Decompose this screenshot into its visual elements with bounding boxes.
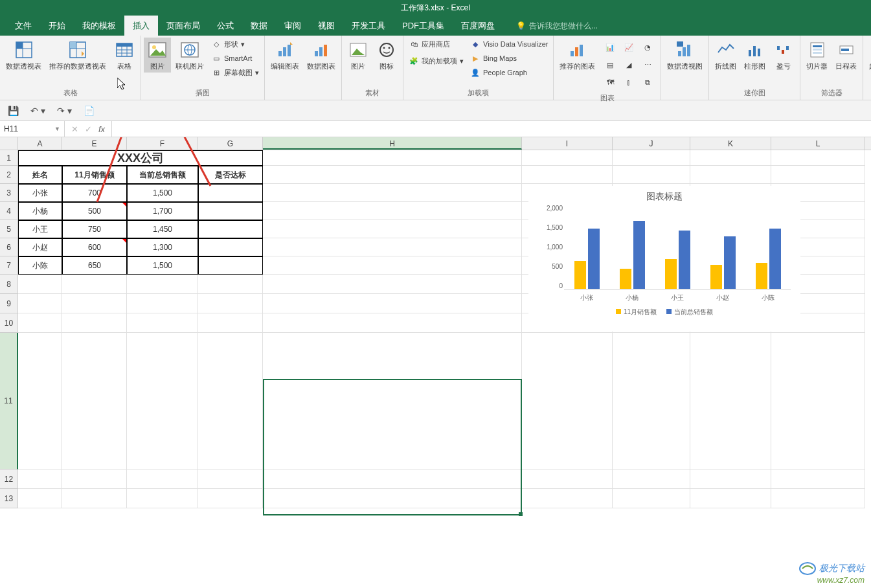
cell[interactable] — [198, 220, 263, 238]
cell[interactable]: 1,300 — [127, 238, 198, 256]
cell[interactable] — [62, 333, 127, 469]
cell[interactable] — [771, 166, 865, 184]
cancel-icon[interactable]: ✕ — [71, 124, 78, 134]
cell[interactable]: 姓名 — [18, 166, 62, 184]
cell[interactable] — [18, 313, 62, 333]
save-button[interactable]: 💾 — [8, 106, 19, 116]
cell[interactable] — [62, 275, 127, 294]
cell[interactable]: 1,500 — [127, 256, 198, 275]
tab-pagelayout[interactable]: 页面布局 — [158, 16, 209, 36]
cell[interactable] — [198, 313, 263, 333]
confirm-icon[interactable]: ✓ — [85, 124, 92, 134]
sparkline-winloss-button[interactable]: 盈亏 — [770, 38, 797, 73]
chart-area-button[interactable]: ◢ — [620, 57, 637, 73]
cell[interactable] — [18, 469, 62, 489]
cell[interactable] — [690, 469, 771, 489]
col-header-H[interactable]: H — [263, 137, 522, 150]
cell[interactable] — [263, 184, 522, 202]
cell[interactable] — [127, 294, 198, 313]
cell[interactable] — [127, 489, 198, 508]
cell[interactable] — [198, 469, 263, 489]
cell[interactable] — [690, 333, 771, 469]
cell[interactable] — [263, 238, 522, 256]
col-header-A[interactable]: A — [18, 137, 62, 150]
col-header-G[interactable]: G — [198, 137, 263, 150]
col-header-J[interactable]: J — [613, 137, 690, 150]
row-header-11[interactable]: 11 — [0, 333, 18, 469]
cell[interactable]: 1,450 — [127, 220, 198, 238]
cell[interactable] — [690, 489, 771, 508]
cell[interactable]: 小杨 — [18, 202, 62, 220]
pictures-button[interactable]: 图片 — [144, 38, 171, 73]
row-header-7[interactable]: 7 — [0, 256, 18, 275]
cell[interactable] — [198, 202, 263, 220]
cell[interactable] — [613, 166, 690, 184]
select-all-corner[interactable] — [0, 137, 18, 150]
name-box[interactable]: H11 ▼ — [0, 121, 65, 137]
cell[interactable] — [522, 150, 613, 166]
fill-handle[interactable] — [519, 512, 523, 516]
cell[interactable] — [263, 313, 522, 333]
edit-chart-button[interactable]: 编辑图表 — [267, 38, 302, 73]
tab-templates[interactable]: 我的模板 — [74, 16, 124, 36]
row-header-13[interactable]: 13 — [0, 489, 18, 508]
tab-developer[interactable]: 开发工具 — [343, 16, 394, 36]
sparkline-column-button[interactable]: 柱形图 — [741, 38, 769, 73]
row-header-9[interactable]: 9 — [0, 294, 18, 313]
tab-view[interactable]: 视图 — [310, 16, 343, 36]
hyperlink-button[interactable]: 超链接 — [866, 38, 871, 73]
cell[interactable]: 小王 — [18, 220, 62, 238]
cell[interactable]: XXX公司 — [18, 150, 263, 166]
cell[interactable]: 小张 — [18, 184, 62, 202]
cell[interactable] — [522, 489, 613, 508]
fx-icon[interactable]: fx — [98, 124, 105, 134]
cell[interactable]: 是否达标 — [198, 166, 263, 184]
tab-review[interactable]: 审阅 — [276, 16, 310, 36]
cells-area[interactable]: 图表标题 2,0001,5001,0005000 小张小杨小王小赵小陈 11月销… — [18, 150, 871, 508]
table-button[interactable]: 表格 — [111, 38, 138, 73]
tab-home[interactable]: 开始 — [40, 16, 74, 36]
cell[interactable] — [198, 333, 263, 469]
row-header-10[interactable]: 10 — [0, 313, 18, 333]
col-header-I[interactable]: I — [522, 137, 613, 150]
cell[interactable] — [127, 333, 198, 469]
col-header-F[interactable]: F — [127, 137, 198, 150]
cell[interactable]: 当前总销售额 — [127, 166, 198, 184]
chart-line-button[interactable]: 📈 — [620, 40, 637, 55]
redo-button[interactable]: ↷ ▾ — [57, 106, 72, 116]
cell[interactable]: 600 — [62, 238, 127, 256]
cell[interactable] — [263, 202, 522, 220]
cell[interactable]: 1,700 — [127, 202, 198, 220]
cell[interactable] — [263, 469, 522, 489]
cell[interactable] — [127, 313, 198, 333]
store-button[interactable]: 🛍应用商店 — [406, 38, 466, 51]
cell[interactable] — [263, 166, 522, 184]
formula-input[interactable] — [112, 121, 871, 137]
chart-scatter-button[interactable]: ⋯ — [639, 57, 656, 73]
icons-button[interactable]: 图标 — [373, 38, 400, 73]
people-graph-button[interactable]: 👤People Graph — [468, 66, 550, 79]
row-header-3[interactable]: 3 — [0, 184, 18, 202]
recommended-charts-button[interactable]: 推荐的图表 — [556, 38, 598, 73]
cell[interactable] — [771, 469, 865, 489]
cell[interactable] — [613, 150, 690, 166]
row-header-5[interactable]: 5 — [0, 220, 18, 238]
col-header-K[interactable]: K — [690, 137, 771, 150]
my-addins-button[interactable]: 🧩我的加载项 ▾ — [406, 54, 466, 67]
row-header-1[interactable]: 1 — [0, 150, 18, 166]
cell[interactable] — [263, 150, 522, 166]
row-header-8[interactable]: 8 — [0, 275, 18, 294]
cell[interactable]: 700 — [62, 184, 127, 202]
cell[interactable] — [522, 166, 613, 184]
cell[interactable] — [18, 275, 62, 294]
cell[interactable]: 小陈 — [18, 256, 62, 275]
cell[interactable] — [771, 489, 865, 508]
chart-map-button[interactable]: 🗺 — [602, 74, 618, 90]
cell[interactable] — [613, 489, 690, 508]
cell[interactable] — [62, 469, 127, 489]
tab-formulas[interactable]: 公式 — [209, 16, 242, 36]
cell[interactable] — [62, 489, 127, 508]
cell[interactable] — [18, 333, 62, 469]
material-pic-button[interactable]: 图片 — [345, 38, 372, 73]
data-chart-button[interactable]: 数据图表 — [304, 38, 339, 73]
